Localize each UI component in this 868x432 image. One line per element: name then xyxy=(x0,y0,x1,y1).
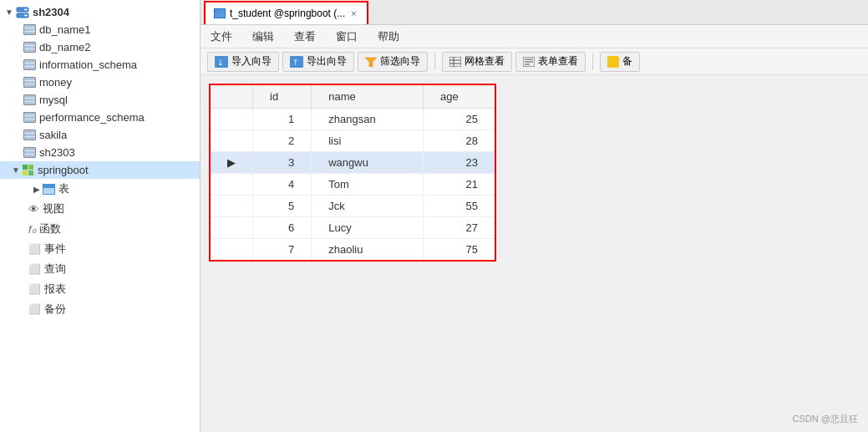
table-row[interactable]: 6Lucy27 xyxy=(211,217,495,239)
sidebar-item-shitu[interactable]: 👁 视图 xyxy=(0,199,200,219)
sidebar-item-springboot[interactable]: ▼ springboot xyxy=(0,161,200,179)
menu-edit[interactable]: 编辑 xyxy=(249,28,277,45)
sidebar-label: 事件 xyxy=(44,241,66,257)
menu-bar: 文件 编辑 查看 窗口 帮助 xyxy=(201,25,868,48)
cell-name: zhangsan xyxy=(312,109,424,130)
expand-arrow-springboot: ▼ xyxy=(12,165,20,175)
sidebar-item-db_name1[interactable]: db_name1 xyxy=(0,21,200,38)
table-row[interactable]: 4Tom21 xyxy=(211,174,495,196)
sidebar-label: 报表 xyxy=(44,282,66,297)
sidebar-item-sh2303[interactable]: sh2303 xyxy=(0,144,200,161)
db-icon xyxy=(23,42,36,53)
svg-rect-11 xyxy=(449,57,461,67)
grid-view-button[interactable]: 网格查看 xyxy=(442,52,512,72)
sidebar-item-db_name2[interactable]: db_name2 xyxy=(0,38,200,56)
cell-name: wangwu xyxy=(312,152,424,174)
cell-name: lisi xyxy=(312,130,424,152)
data-table: id name age 1zhangsan252lisi28▶3wangwu23… xyxy=(211,85,495,260)
db-icon xyxy=(23,94,36,105)
event-icon: ⬜ xyxy=(28,243,41,255)
sidebar-item-information_schema[interactable]: information_schema xyxy=(0,56,200,74)
table-row[interactable]: 2lisi28 xyxy=(211,130,495,152)
sidebar-label: mysql xyxy=(39,94,68,106)
row-indicator xyxy=(211,174,253,196)
query-icon: ⬜ xyxy=(28,263,41,275)
row-indicator: ▶ xyxy=(211,152,253,174)
sidebar-item-mysql[interactable]: mysql xyxy=(0,91,200,109)
cell-id: 5 xyxy=(253,196,312,217)
import-button[interactable]: ⤓ 导入向导 xyxy=(207,52,279,72)
cell-age: 75 xyxy=(424,239,495,261)
sidebar-item-performance_schema[interactable]: performance_schema xyxy=(0,109,200,126)
svg-point-5 xyxy=(26,14,28,16)
cell-id: 6 xyxy=(253,217,312,239)
sidebar-item-shijian[interactable]: ⬜ 事件 xyxy=(0,239,200,259)
cell-name: Jck xyxy=(312,196,424,217)
indicator-header xyxy=(211,85,253,109)
row-indicator xyxy=(211,196,253,217)
sidebar-label: sakila xyxy=(39,129,67,141)
sidebar-label: information_schema xyxy=(39,58,137,71)
sidebar-label: 备份 xyxy=(44,302,66,317)
backup-button[interactable]: 备 xyxy=(600,52,640,72)
tab-t_student[interactable]: t_student @springboot (... × xyxy=(204,1,368,24)
cell-id: 2 xyxy=(253,130,312,152)
table-area: id name age 1zhangsan252lisi28▶3wangwu23… xyxy=(201,75,868,432)
root-label: sh2304 xyxy=(33,6,69,18)
sidebar-label: sh2303 xyxy=(39,146,75,159)
table-row[interactable]: ▶3wangwu23 xyxy=(211,152,495,174)
db-icon xyxy=(23,112,36,123)
export-label: 导出向导 xyxy=(307,54,347,69)
form-view-button[interactable]: 表单查看 xyxy=(515,52,586,72)
import-label: 导入向导 xyxy=(231,54,272,69)
filter-label: 筛选向导 xyxy=(380,54,420,69)
row-indicator xyxy=(211,239,253,261)
tab-bar: t_student @springboot (... × xyxy=(201,0,868,25)
row-indicator xyxy=(211,217,253,239)
cell-id: 3 xyxy=(253,152,312,174)
filter-button[interactable]: 筛选向导 xyxy=(358,52,428,72)
filter-icon xyxy=(365,57,377,67)
expand-arrow-biao: ▶ xyxy=(33,185,40,194)
sidebar-item-baobiao[interactable]: ⬜ 报表 xyxy=(0,279,200,299)
menu-help[interactable]: 帮助 xyxy=(374,28,403,45)
sidebar-label: 查询 xyxy=(44,262,66,277)
table-row[interactable]: 1zhangsan25 xyxy=(211,109,495,130)
cell-age: 28 xyxy=(424,130,495,152)
backup-toolbar-icon xyxy=(607,56,619,68)
cell-age: 25 xyxy=(424,109,495,130)
db-icon xyxy=(23,147,36,158)
menu-window[interactable]: 窗口 xyxy=(332,28,361,45)
menu-view[interactable]: 查看 xyxy=(291,28,319,45)
cell-age: 55 xyxy=(424,196,495,217)
sidebar-item-biao[interactable]: ▶ 表 xyxy=(0,179,200,199)
sidebar-item-chaxun[interactable]: ⬜ 查询 xyxy=(0,259,200,279)
svg-text:⤓: ⤓ xyxy=(217,58,224,67)
table-row[interactable]: 7zhaoliu75 xyxy=(211,239,495,261)
report-icon: ⬜ xyxy=(28,283,41,295)
sidebar-root[interactable]: ▼ sh2304 xyxy=(0,3,200,21)
data-table-wrapper: id name age 1zhangsan252lisi28▶3wangwu23… xyxy=(209,84,496,262)
menu-file[interactable]: 文件 xyxy=(207,28,236,45)
sidebar-label: 视图 xyxy=(43,201,64,216)
form-view-label: 表单查看 xyxy=(538,54,578,69)
cell-age: 27 xyxy=(424,217,495,239)
table-row[interactable]: 5Jck55 xyxy=(211,196,495,217)
tab-close-button[interactable]: × xyxy=(349,8,358,18)
view-icon: 👁 xyxy=(28,203,39,216)
db-icon xyxy=(23,130,36,140)
export-button[interactable]: ⤒ 导出向导 xyxy=(282,52,354,72)
form-view-icon xyxy=(523,57,535,67)
svg-point-3 xyxy=(26,8,28,10)
cell-age: 21 xyxy=(424,174,495,196)
sidebar-item-hanshu[interactable]: f₀ 函数 xyxy=(0,219,200,239)
sidebar-label: db_name1 xyxy=(39,23,90,36)
tab-table-icon xyxy=(214,8,226,18)
sidebar-item-beifen[interactable]: ⬜ 备份 xyxy=(0,299,200,319)
sidebar-label: performance_schema xyxy=(39,111,145,124)
toolbar: ⤓ 导入向导 ⤒ 导出向导 筛选向导 网格查看 xyxy=(201,48,868,75)
sidebar-item-sakila[interactable]: sakila xyxy=(0,126,200,144)
import-icon: ⤓ xyxy=(215,56,228,68)
cell-id: 1 xyxy=(253,109,312,130)
sidebar-item-money[interactable]: money xyxy=(0,74,200,91)
